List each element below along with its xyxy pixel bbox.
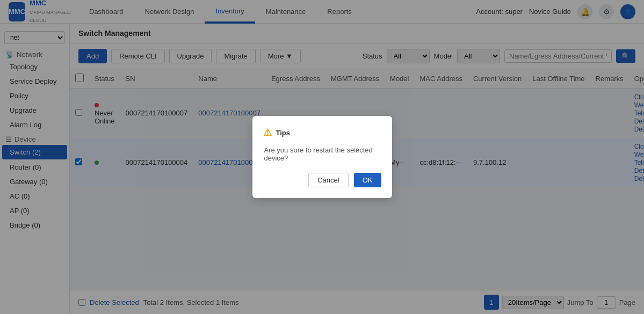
modal-dialog: ⚠ Tips Are you sure to restart the selec…	[252, 116, 392, 198]
tip-icon: ⚠	[263, 127, 272, 138]
modal-body: Are you sure to restart the selected dev…	[263, 146, 381, 162]
ok-button[interactable]: OK	[354, 173, 381, 187]
cancel-button[interactable]: Cancel	[308, 173, 348, 187]
modal-overlay: ⚠ Tips Are you sure to restart the selec…	[0, 0, 644, 314]
modal-title: ⚠ Tips	[263, 127, 381, 138]
modal-footer: Cancel OK	[263, 173, 381, 187]
